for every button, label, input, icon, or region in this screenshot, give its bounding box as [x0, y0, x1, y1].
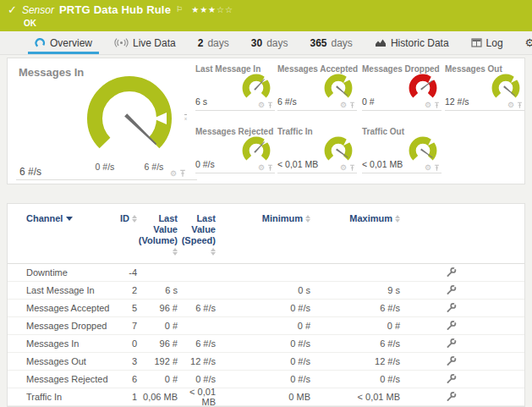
small-gauge [406, 134, 440, 168]
small-gauge [239, 71, 273, 105]
small-gauge [406, 71, 440, 105]
gauge-pin-icon[interactable] [179, 169, 186, 178]
gauge-pin-icon[interactable] [517, 102, 523, 109]
header-channel[interactable]: Channel [26, 213, 116, 224]
cell-id: -4 [116, 267, 137, 278]
channel-table-header: Channel ID Last Value(Volume) Last Value… [8, 204, 524, 264]
sort-arrows-icon [211, 248, 216, 256]
channel-settings-wrench-icon[interactable] [446, 284, 457, 297]
gauge-settings-gear-icon[interactable]: ⚙ [425, 164, 431, 172]
gauge-pin-icon[interactable] [434, 164, 440, 172]
header-last-value-speed[interactable]: Last Value(Speed) [178, 213, 216, 257]
tab-overview[interactable]: Overview [24, 31, 103, 54]
divider [195, 110, 275, 111]
channel-settings-wrench-icon[interactable] [446, 355, 457, 368]
divider [362, 110, 442, 111]
cell-id: 0 [116, 338, 137, 349]
divider [445, 110, 524, 111]
channel-row: Messages Accepted 5 96 # 6 #/s 0 #/s 6 #… [8, 300, 524, 317]
cell-channel: Messages In [26, 338, 116, 349]
channel-row: Messages Out 3 192 # 12 #/s 0 #/s 12 #/s [8, 353, 524, 371]
priority-stars[interactable]: ★★★☆☆ [191, 4, 233, 16]
tab-settings[interactable]: ⚙ Settings [514, 31, 532, 54]
cell-last-value-volume: 0 # [137, 321, 178, 331]
channel-row: Messages Dropped 7 0 # 0 # 0 # [8, 317, 524, 335]
tab-label: Overview [50, 37, 92, 49]
gauge-pin-icon[interactable] [267, 102, 273, 109]
header-last-value-volume[interactable]: Last Value(Volume) [137, 213, 178, 257]
channel-settings-wrench-icon[interactable] [446, 320, 457, 333]
tile-value: 6 s [195, 96, 207, 107]
channel-row: Messages Rejected 6 0 # 0 #/s 0 #/s 0 #/… [8, 371, 524, 388]
tab-label: Log [486, 37, 503, 49]
sensor-status-text: OK [0, 16, 532, 28]
gauge-settings-gear-icon[interactable]: ⚙ [340, 102, 347, 109]
gauge-pin-icon[interactable] [434, 102, 440, 109]
gauge-settings-gear-icon[interactable]: ⚙ [258, 102, 265, 109]
cell-last-value-speed: 12 #/s [178, 356, 216, 366]
main-gauge-scale-max: 6 #/s [135, 162, 173, 172]
channel-table-panel: Channel ID Last Value(Volume) Last Value… [7, 203, 525, 407]
cell-channel: Messages Accepted [26, 303, 116, 313]
settings-gear-icon: ⚙ [525, 37, 532, 48]
header-minimum[interactable]: Minimum [216, 213, 310, 224]
status-ok-check-icon: ✓ [8, 4, 17, 16]
cell-minimum: 0 s [216, 285, 310, 295]
historic-data-chart-icon [375, 38, 387, 47]
header-maximum[interactable]: Maximum [310, 213, 400, 224]
gauge-tile-messages-out: Messages Out 12 #/s ⚙ [445, 64, 523, 118]
cell-channel: Messages Out [26, 356, 116, 366]
sensor-status-banner: ✓ Sensor PRTG Data Hub Rule ⚐ ★★★☆☆ OK [0, 0, 532, 31]
tab-label-number: 30 [251, 37, 262, 49]
cell-minimum: 0 #/s [216, 374, 310, 384]
cell-id: 5 [116, 303, 137, 313]
gauge-settings-gear-icon[interactable]: ⚙ [170, 170, 177, 178]
divider [277, 110, 357, 111]
main-gauge-title: Messages In [19, 66, 84, 79]
tab-live-data[interactable]: Live Data [103, 31, 187, 54]
divider [16, 179, 197, 180]
stars-empty: ☆☆ [217, 5, 233, 14]
tab-label: Live Data [133, 37, 176, 49]
sort-desc-caret-icon [66, 217, 73, 221]
tab-label: days [207, 37, 228, 49]
gauge-settings-gear-icon[interactable]: ⚙ [258, 164, 265, 172]
channel-settings-wrench-icon[interactable] [446, 338, 457, 350]
flag-icon[interactable]: ⚐ [176, 3, 183, 15]
tab-30-days[interactable]: 30 days [240, 31, 299, 54]
tab-bar: Overview Live Data 2 days 30 days 365 da… [0, 31, 532, 55]
gauge-settings-gear-icon[interactable]: ⚙ [340, 164, 347, 172]
cell-maximum: 6 #/s [310, 338, 400, 349]
cell-channel: Downtime [26, 267, 116, 278]
cell-minimum: 0 MB [216, 392, 310, 402]
small-gauge [321, 134, 355, 168]
tab-label-number: 365 [310, 37, 326, 49]
tab-historic-data[interactable]: Historic Data [364, 31, 460, 54]
cell-maximum: 0 #/s [310, 374, 400, 384]
cell-channel: Messages Rejected [26, 374, 116, 384]
cell-last-value-volume: 0 # [137, 374, 178, 384]
main-gauge-scale-min: 0 #/s [86, 162, 123, 172]
gauge-pin-icon[interactable] [349, 102, 355, 109]
cell-last-value-speed: 6 #/s [178, 338, 216, 349]
tile-value: < 0,01 MB [362, 159, 403, 169]
cell-id: 1 [116, 392, 137, 402]
sensor-title[interactable]: PRTG Data Hub Rule [59, 4, 171, 16]
header-id[interactable]: ID [116, 213, 137, 224]
gauge-pin-icon[interactable] [267, 164, 273, 172]
tab-log[interactable]: Log [460, 31, 514, 54]
channel-settings-wrench-icon[interactable] [446, 391, 457, 404]
main-gauge-value: 6 #/s [19, 166, 41, 178]
channel-settings-wrench-icon[interactable] [446, 267, 457, 279]
tab-2-days[interactable]: 2 days [187, 31, 240, 54]
channel-row: Last Message In 2 6 s 0 s 9 s [8, 282, 524, 300]
channel-settings-wrench-icon[interactable] [446, 302, 457, 315]
channel-row: Downtime -4 [8, 264, 524, 282]
tab-365-days[interactable]: 365 days [299, 31, 363, 54]
cell-maximum: 0 # [310, 321, 400, 331]
gauge-settings-gear-icon[interactable]: ⚙ [425, 102, 431, 109]
cell-last-value-volume: 192 # [137, 356, 178, 366]
channel-settings-wrench-icon[interactable] [446, 373, 457, 386]
gauge-settings-gear-icon[interactable]: ⚙ [507, 102, 514, 109]
gauge-pin-icon[interactable] [349, 164, 355, 172]
